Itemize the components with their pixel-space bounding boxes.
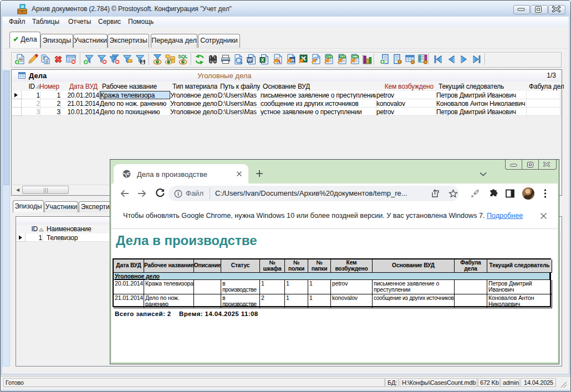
svg-text:SQL: SQL bbox=[178, 54, 187, 59]
svg-text:X: X bbox=[261, 57, 264, 63]
svg-text:CSV: CSV bbox=[326, 55, 332, 58]
svg-text:TXT: TXT bbox=[340, 55, 346, 58]
svg-text:W: W bbox=[247, 57, 252, 63]
svg-text:XML: XML bbox=[352, 55, 359, 58]
